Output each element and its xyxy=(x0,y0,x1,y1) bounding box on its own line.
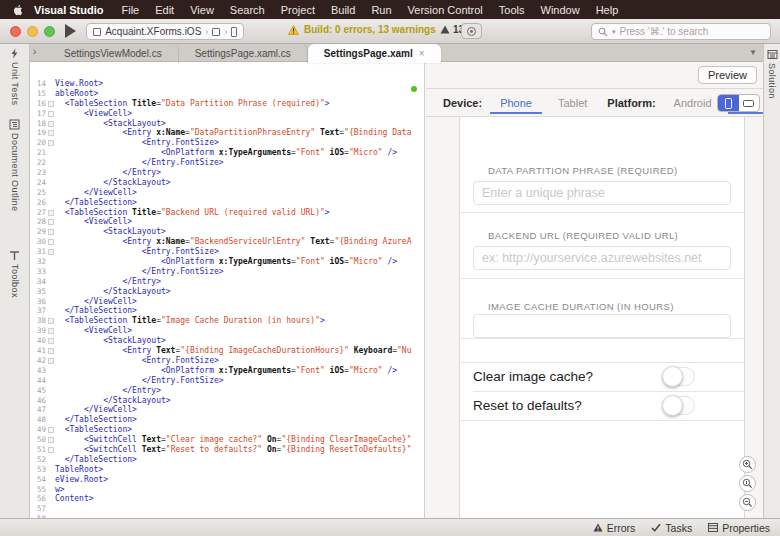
code-fold-marker[interactable] xyxy=(46,119,55,129)
code-line[interactable]: 28 <ViewCell> xyxy=(30,217,424,227)
code-line[interactable]: 26 </TableSection> xyxy=(30,198,424,208)
code-line[interactable]: 21 <OnPlatform x:TypeArguments="Font" iO… xyxy=(30,148,424,158)
code-line[interactable]: 36 </ViewCell> xyxy=(30,297,424,307)
tab-overflow-chevron-icon[interactable]: ▼ xyxy=(749,48,757,57)
code-line[interactable]: 52 </TableSection> xyxy=(30,455,424,465)
code-line[interactable]: 47 </ViewCell> xyxy=(30,405,424,415)
window-zoom-button[interactable] xyxy=(44,26,55,37)
build-status[interactable]: Build: 0 errors, 13 warnings xyxy=(288,24,436,35)
zoom-out-button[interactable] xyxy=(739,494,756,511)
code-line[interactable]: 20 <Entry.FontSize> xyxy=(30,138,424,148)
menu-item-help[interactable]: Help xyxy=(588,4,627,16)
menu-app-name[interactable]: Visual Studio xyxy=(32,4,113,16)
tab-close-icon[interactable]: × xyxy=(419,48,425,59)
menu-item-build[interactable]: Build xyxy=(323,4,363,16)
sidebar-item-unit-tests[interactable]: Unit Tests xyxy=(9,48,20,105)
run-configuration-breadcrumb[interactable]: Acquaint.XForms.iOS › › xyxy=(86,23,244,40)
build-progress-button[interactable] xyxy=(461,23,482,39)
platform-option-android[interactable]: Android xyxy=(668,89,718,117)
code-line[interactable]: 29 <StackLayout> xyxy=(30,227,424,237)
code-line[interactable]: 56Content> xyxy=(30,494,424,504)
tab-settingspage-xaml[interactable]: SettingsPage.xaml× xyxy=(308,44,441,63)
code-line[interactable]: 16 <TableSection Title="Data Partition P… xyxy=(30,99,424,109)
code-line[interactable]: 31 <Entry.FontSize> xyxy=(30,247,424,257)
menu-item-search[interactable]: Search xyxy=(222,4,273,16)
code-fold-marker[interactable] xyxy=(46,138,55,148)
code-line[interactable]: 49 <TableSection> xyxy=(30,425,424,435)
code-line[interactable]: 48 </TableSection> xyxy=(30,415,424,425)
tab-settingsviewmodel-cs[interactable]: SettingsViewModel.cs xyxy=(48,44,179,63)
form-field-input[interactable]: ex: http://yourservice.azurewebsites.net xyxy=(473,246,731,270)
code-line[interactable]: 14View.Root> xyxy=(30,79,424,89)
run-button[interactable] xyxy=(62,24,78,38)
window-minimize-button[interactable] xyxy=(27,26,38,37)
code-fold-marker[interactable] xyxy=(46,237,55,247)
code-fold-marker[interactable] xyxy=(46,445,55,455)
toggle-switch-off[interactable] xyxy=(663,396,695,415)
code-line[interactable]: 33 </Entry.FontSize> xyxy=(30,267,424,277)
form-field-input[interactable] xyxy=(473,314,731,338)
code-line[interactable]: 41 <Entry Text="{Binding ImageCacheDurat… xyxy=(30,346,424,356)
code-fold-marker[interactable] xyxy=(46,425,55,435)
search-scope-chevron-icon[interactable]: ▾ xyxy=(612,28,616,36)
code-line[interactable]: 27 <TableSection Title="Backend URL (req… xyxy=(30,208,424,218)
code-fold-marker[interactable] xyxy=(46,99,55,109)
status-bar-properties-button[interactable]: Properties xyxy=(708,522,770,534)
status-bar-tasks-button[interactable]: Tasks xyxy=(651,522,692,534)
xaml-code-editor[interactable]: 14View.Root>15ableRoot>16 <TableSection … xyxy=(30,62,425,518)
navigate-forward-button[interactable]: › xyxy=(33,45,37,57)
menu-item-tools[interactable]: Tools xyxy=(491,4,533,16)
code-fold-marker[interactable] xyxy=(46,356,55,366)
form-field-input[interactable]: Enter a unique phrase xyxy=(473,181,731,205)
menu-item-project[interactable]: Project xyxy=(273,4,323,16)
window-close-button[interactable] xyxy=(10,26,21,37)
code-line[interactable]: 54eView.Root> xyxy=(30,475,424,485)
code-line[interactable]: 53TableRoot> xyxy=(30,465,424,475)
toggle-switch-off[interactable] xyxy=(663,367,695,386)
code-line[interactable]: 25 </ViewCell> xyxy=(30,188,424,198)
code-line[interactable]: 34 </Entry> xyxy=(30,277,424,287)
code-fold-marker[interactable] xyxy=(46,435,55,445)
code-fold-marker[interactable] xyxy=(46,208,55,218)
tab-settingspage-xaml-cs[interactable]: SettingsPage.xaml.cs xyxy=(179,44,308,63)
apple-logo-icon[interactable] xyxy=(12,4,24,16)
code-fold-marker[interactable] xyxy=(46,326,55,336)
code-line[interactable]: 44 </Entry.FontSize> xyxy=(30,376,424,386)
menu-item-window[interactable]: Window xyxy=(533,4,588,16)
code-line[interactable]: 37 </TableSection> xyxy=(30,306,424,316)
run-target-label[interactable]: Acquaint.XForms.iOS xyxy=(105,26,201,37)
code-line[interactable]: 15ableRoot> xyxy=(30,89,424,99)
orientation-portrait-button[interactable] xyxy=(718,95,739,111)
code-line[interactable]: 43 <OnPlatform x:TypeArguments="Font" iO… xyxy=(30,366,424,376)
status-bar-errors-button[interactable]: Errors xyxy=(593,522,636,534)
code-line[interactable]: 57 xyxy=(30,504,424,514)
sidebar-item-document-outline[interactable]: Document Outline xyxy=(9,119,20,211)
code-line[interactable]: 18 <StackLayout> xyxy=(30,119,424,129)
code-line[interactable]: 46 </StackLayout> xyxy=(30,396,424,406)
code-line[interactable]: 38 <TableSection Title="Image Cache Dura… xyxy=(30,316,424,326)
menu-item-edit[interactable]: Edit xyxy=(147,4,182,16)
zoom-in-button[interactable] xyxy=(739,456,756,473)
zoom-actual-size-button[interactable] xyxy=(739,475,756,492)
code-line[interactable]: 50 <SwitchCell Text="Clear image cache?"… xyxy=(30,435,424,445)
code-line[interactable]: 17 <ViewCell> xyxy=(30,109,424,119)
code-line[interactable]: 22 </Entry.FontSize> xyxy=(30,158,424,168)
menu-item-version-control[interactable]: Version Control xyxy=(400,4,491,16)
code-line[interactable]: 32 <OnPlatform x:TypeArguments="Font" iO… xyxy=(30,257,424,267)
device-option-phone[interactable]: Phone xyxy=(494,89,538,117)
code-line[interactable]: 42 <Entry.FontSize> xyxy=(30,356,424,366)
menu-item-view[interactable]: View xyxy=(182,4,222,16)
code-line[interactable]: 39 <ViewCell> xyxy=(30,326,424,336)
code-fold-marker[interactable] xyxy=(46,346,55,356)
code-line[interactable]: 24 </StackLayout> xyxy=(30,178,424,188)
code-fold-marker[interactable] xyxy=(46,247,55,257)
orientation-landscape-button[interactable] xyxy=(739,95,760,111)
global-search-input[interactable]: ▾ Press '⌘.' to search xyxy=(591,23,771,40)
code-line[interactable]: 35 </StackLayout> xyxy=(30,287,424,297)
code-line[interactable]: 45 </Entry> xyxy=(30,386,424,396)
code-line[interactable]: 19 <Entry x:Name="DataPartitionPhraseEnt… xyxy=(30,128,424,138)
code-line[interactable]: 51 <SwitchCell Text="Reset to defaults?"… xyxy=(30,445,424,455)
code-fold-marker[interactable] xyxy=(46,217,55,227)
code-line[interactable]: 40 <StackLayout> xyxy=(30,336,424,346)
code-line[interactable]: 30 <Entry x:Name="BackendServiceUrlEntry… xyxy=(30,237,424,247)
